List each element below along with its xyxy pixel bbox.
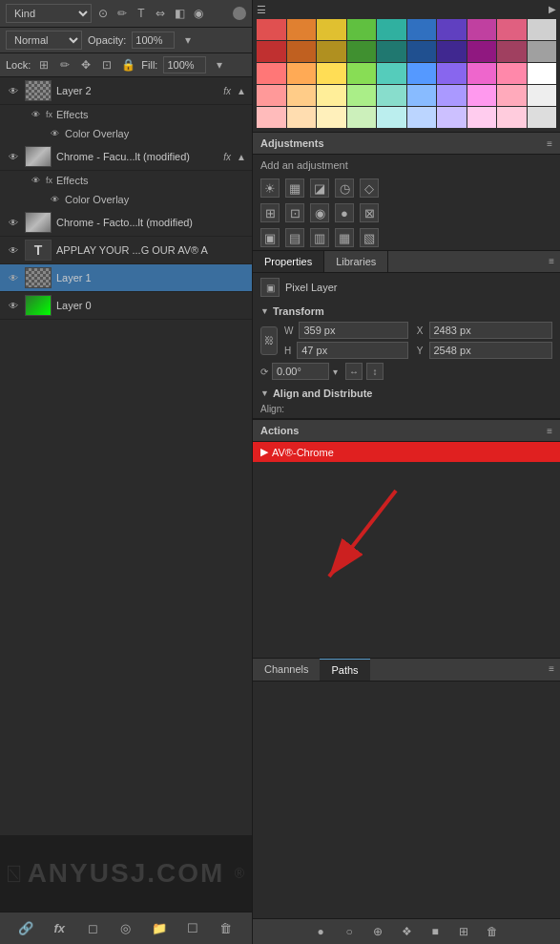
lock-all[interactable]: 🔒 [120, 57, 135, 73]
eye-icon-layer1[interactable]: 👁 [6, 270, 21, 285]
eye-coloroverlay-layer2[interactable]: 👁 [48, 127, 61, 140]
eye-icon-chrome-factory[interactable]: 👁 [6, 215, 21, 230]
swatch-item[interactable] [287, 63, 317, 84]
eye-coloroverlay-chrome[interactable]: 👁 [48, 193, 61, 206]
mask-icon[interactable]: ◻ [83, 919, 102, 938]
swatch-item[interactable] [528, 41, 557, 62]
path-mask-icon[interactable]: ❖ [398, 923, 415, 940]
swatch-item[interactable] [317, 41, 346, 62]
adj-posterize-icon[interactable]: ▤ [285, 228, 304, 247]
camera-icon[interactable]: ◉ [191, 6, 206, 21]
eye-effects-layer2[interactable]: 👁 [29, 108, 42, 121]
flip-h-icon[interactable]: ↔ [345, 363, 363, 380]
adjustments-menu-icon[interactable]: ≡ [547, 138, 552, 149]
swatch-item[interactable] [497, 85, 527, 106]
fx-button[interactable]: fx [50, 919, 69, 938]
adj-threshold-icon[interactable]: ▥ [310, 228, 329, 247]
eye-icon-layer2[interactable]: 👁 [6, 83, 21, 98]
swatch-item[interactable] [467, 41, 497, 62]
adj-invert-icon[interactable]: ▣ [260, 228, 280, 247]
swatch-item[interactable] [467, 85, 497, 106]
tab-paths[interactable]: Paths [320, 659, 369, 681]
channels-paths-menu[interactable]: ≡ [543, 659, 560, 681]
lock-artboard[interactable]: ⊡ [99, 57, 114, 73]
eye-icon-chrome[interactable]: 👁 [6, 149, 21, 164]
swatch-item[interactable] [528, 19, 557, 40]
y-input[interactable] [429, 342, 553, 359]
swatch-item[interactable] [377, 85, 406, 106]
effects-group-chrome[interactable]: 👁 fx Effects [0, 171, 252, 190]
eye-effects-chrome[interactable]: 👁 [29, 174, 42, 187]
eye-icon-layer0[interactable]: 👁 [6, 298, 21, 313]
layer-item-text[interactable]: 👁 T APPLAY YOUR ...G OUR AV® A [0, 237, 252, 264]
adj-channel-icon[interactable]: ⊠ [360, 203, 379, 222]
swatch-item[interactable] [347, 19, 377, 40]
adj-levels-icon[interactable]: ▦ [285, 178, 304, 198]
path-selection-icon[interactable]: ⊕ [369, 923, 386, 940]
swatch-item[interactable] [467, 63, 497, 84]
adj-bw-icon[interactable]: ◉ [310, 203, 329, 222]
group-icon[interactable]: 📁 [150, 919, 169, 938]
swatch-item[interactable] [257, 85, 286, 106]
expand-icon-chrome[interactable]: ▲ [237, 152, 246, 162]
swatch-item[interactable] [317, 85, 346, 106]
kind-select[interactable]: Kind [6, 4, 92, 23]
swatch-item[interactable] [257, 19, 286, 40]
smart-icon[interactable]: ◧ [172, 6, 187, 21]
flip-v-icon[interactable]: ↕ [366, 363, 384, 380]
swatch-item[interactable] [317, 107, 346, 128]
swatch-item[interactable] [347, 107, 377, 128]
swatch-item[interactable] [287, 85, 317, 106]
action-set-item[interactable]: ▶ AV®-Chrome [253, 442, 560, 462]
swatch-item[interactable] [377, 107, 406, 128]
new-layer-icon[interactable]: ☐ [183, 919, 202, 938]
adjustment-icon[interactable]: ◎ [116, 919, 135, 938]
swatch-item[interactable] [287, 19, 317, 40]
swatch-item[interactable] [467, 107, 497, 128]
swatch-item[interactable] [528, 85, 557, 106]
height-input[interactable] [297, 342, 407, 359]
adj-selective-icon[interactable]: ▧ [360, 228, 379, 247]
new-path-icon[interactable]: ⊞ [455, 923, 472, 940]
swatch-item[interactable] [407, 107, 437, 128]
swatch-item[interactable] [347, 63, 377, 84]
swatch-item[interactable] [317, 19, 346, 40]
properties-menu[interactable]: ≡ [543, 251, 560, 272]
fill-input[interactable] [163, 56, 206, 73]
link-icon[interactable]: 🔗 [16, 919, 35, 938]
swatch-item[interactable] [437, 19, 467, 40]
layer-item-chrome-factory[interactable]: 👁 Chrome - Facto...lt (modified) [0, 209, 252, 237]
adj-hue-icon[interactable]: ⊞ [260, 203, 280, 222]
layer-item-layer1[interactable]: 👁 Layer 1 [0, 264, 252, 292]
swatch-item[interactable] [407, 63, 437, 84]
filter-icon[interactable]: ⊙ [95, 6, 111, 21]
rotation-input[interactable] [272, 363, 329, 380]
swatch-item[interactable] [317, 63, 346, 84]
layer-item-layer0[interactable]: 👁 Layer 0 [0, 292, 252, 320]
swatch-item[interactable] [407, 19, 437, 40]
link-proportions-icon[interactable]: ⛓ [260, 326, 278, 355]
tab-libraries[interactable]: Libraries [324, 251, 388, 272]
adj-gradient-icon[interactable]: ▦ [335, 228, 354, 247]
swatch-item[interactable] [347, 85, 377, 106]
lock-move[interactable]: ✥ [78, 57, 93, 73]
adj-photo-icon[interactable]: ● [335, 203, 354, 222]
color-overlay-chrome[interactable]: 👁 Color Overlay [0, 190, 252, 209]
swatch-item[interactable] [437, 63, 467, 84]
color-overlay-layer2[interactable]: 👁 Color Overlay [0, 124, 252, 143]
swatch-item[interactable] [437, 107, 467, 128]
path-fill-icon[interactable]: ● [312, 923, 329, 940]
x-input[interactable] [429, 322, 553, 339]
angle-select[interactable]: ▾ [333, 367, 338, 377]
expand-icon-layer2[interactable]: ▲ [237, 86, 246, 96]
swatch-item[interactable] [497, 19, 527, 40]
swatch-item[interactable] [437, 85, 467, 106]
width-input[interactable] [299, 322, 407, 339]
layer-item-chrome-modified[interactable]: 👁 Chrome - Facu...lt (modified) fx ▲ [0, 143, 252, 171]
text-icon[interactable]: T [134, 6, 149, 21]
swatch-item[interactable] [407, 85, 437, 106]
adj-curves-icon[interactable]: ◪ [310, 178, 329, 198]
swatch-item[interactable] [347, 41, 377, 62]
tab-properties[interactable]: Properties [253, 251, 324, 272]
delete-path-icon[interactable]: 🗑 [484, 923, 501, 940]
